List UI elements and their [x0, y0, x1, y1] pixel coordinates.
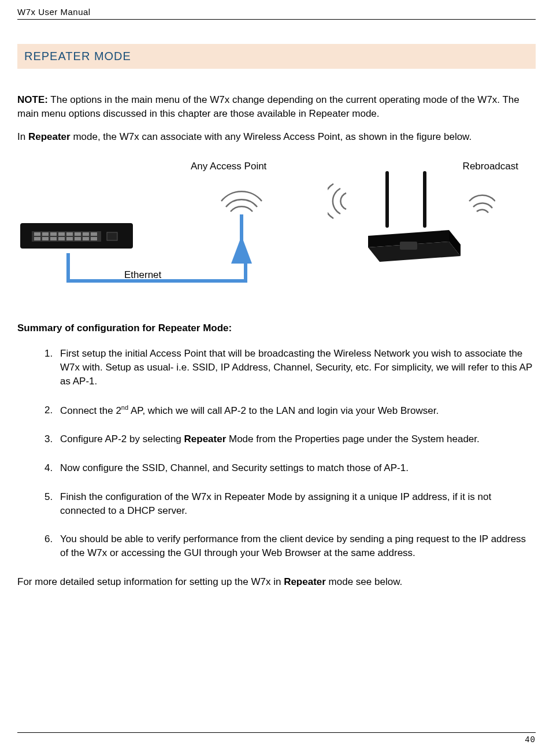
closing-bold: Repeater — [284, 576, 326, 587]
note-paragraph: NOTE: The options in the main menu of th… — [17, 93, 536, 121]
svg-rect-15 — [75, 237, 81, 240]
intro-bold: Repeater — [28, 131, 70, 142]
step-3a: Configure AP-2 by selecting — [60, 433, 184, 444]
intro-part2: mode, the W7x can associate with any Wir… — [70, 131, 472, 142]
svg-rect-13 — [58, 237, 65, 240]
step-3b: Mode from the Properties page under the … — [226, 433, 479, 444]
configuration-steps: First setup the initial Access Point tha… — [17, 347, 536, 560]
document-header: W7x User Manual — [17, 0, 536, 20]
step-6: You should be able to verify performance… — [55, 532, 536, 560]
access-point-icon — [213, 178, 270, 265]
closing-p1: For more detailed setup information for … — [17, 576, 284, 587]
svg-rect-12 — [50, 237, 57, 240]
step-2: Connect the 2nd AP, which we will call A… — [55, 403, 536, 417]
svg-rect-8 — [83, 232, 89, 236]
closing-paragraph: For more detailed setup information for … — [17, 575, 536, 589]
switch-icon — [20, 218, 136, 253]
step-1: First setup the initial Access Point tha… — [55, 347, 536, 388]
intro-paragraph: In Repeater mode, the W7x can associate … — [17, 130, 536, 144]
w7x-device-icon — [328, 166, 495, 270]
svg-rect-17 — [91, 237, 97, 240]
svg-rect-5 — [58, 232, 65, 236]
svg-rect-21 — [385, 171, 389, 228]
page-footer: 40 — [17, 732, 536, 744]
step-2b: AP, which we will call AP-2 to the LAN a… — [128, 405, 439, 416]
svg-rect-7 — [75, 232, 81, 236]
network-diagram: Any Access Point Rebroadcast Ethernet — [17, 161, 536, 299]
step-3-bold: Repeater — [184, 433, 227, 444]
note-text: The options in the main menu of the W7x … — [17, 94, 519, 119]
svg-rect-18 — [107, 232, 117, 240]
svg-rect-14 — [66, 237, 73, 240]
step-5: Finish the configuration of the W7x in R… — [55, 490, 536, 518]
svg-rect-2 — [34, 232, 40, 236]
page-number: 40 — [525, 735, 536, 744]
svg-rect-4 — [50, 232, 57, 236]
closing-p2: mode see below. — [326, 576, 402, 587]
svg-rect-9 — [91, 232, 97, 236]
section-title: REPEATER MODE — [17, 44, 536, 69]
svg-rect-16 — [83, 237, 89, 240]
step-4: Now configure the SSID, Channel, and Sec… — [55, 461, 536, 475]
step-2a: Connect the 2 — [60, 405, 121, 416]
svg-rect-3 — [42, 232, 49, 236]
step-2-sup: nd — [121, 404, 128, 411]
intro-part1: In — [17, 131, 28, 142]
svg-rect-11 — [42, 237, 49, 240]
step-3: Configure AP-2 by selecting Repeater Mod… — [55, 432, 536, 446]
note-prefix: NOTE: — [17, 94, 48, 105]
ethernet-line — [61, 253, 257, 288]
access-point-label: Any Access Point — [191, 161, 266, 172]
svg-rect-26 — [400, 242, 417, 250]
svg-rect-10 — [34, 237, 40, 240]
svg-rect-6 — [66, 232, 73, 236]
svg-rect-22 — [423, 171, 426, 228]
summary-heading: Summary of configuration for Repeater Mo… — [17, 323, 536, 334]
